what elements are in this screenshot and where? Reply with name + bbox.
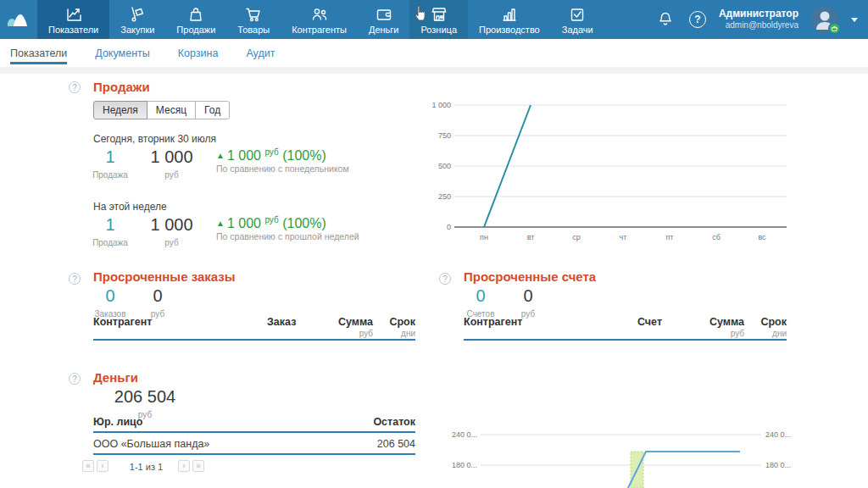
x-tick: ср (572, 233, 581, 241)
avatar[interactable] (811, 6, 838, 33)
pagination-first-button[interactable]: « (82, 460, 94, 472)
pagination-prev-button[interactable]: ‹ (97, 460, 108, 472)
pagination-label: 1-1 из 1 (119, 462, 174, 472)
week-count-metric: 1 Продажа (90, 215, 131, 247)
nav-item-label: Деньги (369, 25, 399, 35)
week-count: 1 (90, 215, 131, 235)
overdue-orders-help-icon[interactable]: ? (69, 273, 81, 285)
y-tick: 500 (438, 162, 451, 170)
y-tick: 750 (438, 131, 451, 140)
table-header-rule (464, 339, 787, 341)
nav-item-goods[interactable]: Товары (226, 0, 281, 39)
x-tick: вс (758, 233, 766, 241)
x-tick: пн (480, 233, 488, 241)
overdue-orders-count-metric: 0 Заказов (90, 286, 131, 319)
x-tick: пт (666, 233, 674, 241)
overdue-invoices-help-icon[interactable]: ? (439, 273, 451, 285)
today-amount: 1 000 (136, 147, 208, 167)
people-icon (310, 4, 329, 22)
money-balance-chart: 240 0... 180 0... 240 0... 180 0... (428, 428, 810, 488)
col-sum: Сумма (331, 316, 373, 328)
top-navigation: Показатели Закупки Продажи (0, 0, 868, 39)
help-icon[interactable]: ? (689, 11, 706, 28)
col-counterparty: Контрагент (93, 316, 152, 328)
y-tick: 0 (447, 223, 451, 231)
col-term-unit: дни (384, 329, 415, 338)
pagination-next-button[interactable]: › (178, 460, 190, 472)
week-compare-label: По сравнению с прошлой неделей (216, 231, 359, 241)
col-balance: Остаток (356, 416, 415, 428)
money-help-icon[interactable]: ? (69, 373, 81, 385)
task-check-icon (568, 4, 587, 22)
user-account[interactable]: Администратор admin@nboldyreva (719, 8, 798, 31)
divider-strip (0, 67, 868, 74)
col-invoice: Счет (637, 316, 662, 328)
overdue-orders-title: Просроченные заказы (93, 269, 236, 284)
tab-recycle-bin[interactable]: Корзина (178, 39, 219, 67)
storefront-icon (430, 4, 448, 22)
money-total: 206 504 (103, 387, 187, 407)
sales-help-icon[interactable]: ? (69, 81, 81, 93)
period-tab-year[interactable]: Год (195, 101, 230, 119)
factory-bars-icon (500, 4, 519, 22)
y-tick: 250 (438, 192, 451, 201)
nav-item-money[interactable]: Деньги (358, 0, 410, 39)
tab-audit[interactable]: Аудит (246, 39, 275, 67)
today-count-label: Продажа (90, 170, 131, 180)
today-count: 1 (90, 147, 131, 167)
week-count-label: Продажа (90, 238, 131, 247)
today-compare-label: По сравнению с понедельником (216, 164, 349, 174)
overdue-invoices-amount-metric: 0 руб (508, 286, 548, 319)
nav-item-label: Показатели (48, 25, 98, 35)
nav-item-label: Розница (420, 25, 457, 35)
overdue-invoices-count-metric: 0 Счетов (460, 286, 501, 319)
tab-indicators[interactable]: Показатели (10, 39, 67, 67)
week-amount-unit: руб (136, 238, 208, 247)
col-sum: Сумма (702, 316, 744, 328)
nav-item-sales[interactable]: Продажи (165, 0, 226, 39)
period-tab-week[interactable]: Неделя (93, 101, 147, 119)
col-term: Срок (384, 316, 415, 328)
notifications-bell-icon[interactable] (654, 8, 676, 30)
money-row-balance[interactable]: 206 504 (322, 438, 415, 450)
nav-item-purchases[interactable]: Закупки (109, 0, 165, 39)
y-tick: 1 000 (431, 101, 451, 109)
y-tick-left: 240 0... (452, 430, 477, 439)
chevron-down-icon[interactable] (851, 18, 858, 22)
table-footer-rule (93, 453, 415, 455)
today-amount-metric: 1 000 руб (136, 147, 208, 180)
pagination-last-button[interactable]: » (192, 460, 204, 472)
topnav-right-controls: ? Администратор admin@nboldyreva (654, 0, 868, 39)
period-tab-month[interactable]: Месяц (147, 101, 196, 119)
today-amount-unit: руб (136, 170, 208, 180)
nav-item-label: Товары (237, 25, 270, 35)
tab-documents[interactable]: Документы (95, 39, 149, 67)
nav-item-indicators[interactable]: Показатели (37, 0, 109, 39)
money-section-title: Деньги (93, 370, 138, 385)
x-tick: сб (712, 233, 721, 241)
today-count-metric: 1 Продажа (90, 147, 131, 180)
handtruck-icon (128, 4, 147, 22)
week-amount: 1 000 (136, 215, 208, 235)
nav-item-counterparties[interactable]: Контрагенты (281, 0, 358, 39)
y-tick-right: 240 0... (765, 430, 791, 439)
col-counterparty: Контрагент (464, 316, 522, 328)
nav-item-tasks[interactable]: Задачи (551, 0, 604, 39)
overdue-orders-amount-metric: 0 руб (137, 286, 178, 319)
today-heading: Сегодня, вторник 30 июля (93, 133, 216, 145)
mouse-cursor-icon (413, 5, 428, 24)
wallet-icon (375, 4, 393, 22)
nav-item-label: Закупки (120, 25, 154, 35)
y-tick-left: 180 0... (452, 461, 477, 469)
money-row-entity-name[interactable]: ООО «Большая панда» (93, 438, 209, 450)
up-arrow-icon: ▲ (216, 151, 225, 160)
col-term: Срок (755, 316, 787, 328)
subscription-badge-icon (828, 22, 841, 35)
nav-item-production[interactable]: Производство (468, 0, 551, 39)
dashboard-page: Показатели Закупки Продажи (0, 0, 868, 488)
up-arrow-icon: ▲ (216, 219, 225, 228)
y-tick-right: 180 0... (765, 461, 791, 469)
money-total-metric: 206 504 руб (103, 387, 187, 419)
nav-item-label: Продажи (176, 25, 215, 35)
app-logo[interactable] (0, 0, 37, 39)
